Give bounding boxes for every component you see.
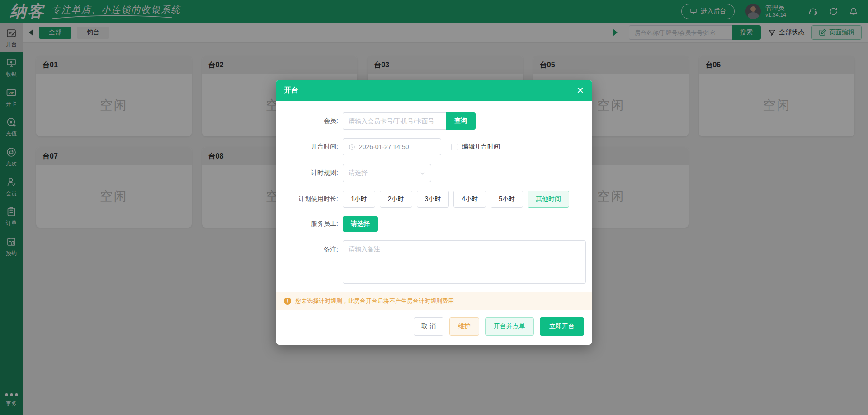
timing-rule-label: 计时规则:: [276, 169, 343, 177]
duration-option-other[interactable]: 其他时间: [528, 191, 569, 208]
warning-text: 您未选择计时规则，此房台开台后将不产生房台计时规则费用: [295, 297, 454, 305]
duration-option-1h[interactable]: 1小时: [343, 191, 375, 208]
edit-time-checkbox[interactable]: [451, 144, 458, 150]
timing-rule-placeholder: 请选择: [349, 169, 368, 177]
app-root: 纳客 专注单店、小连锁的收银系统 进入后台 管理员 v1.34.14: [0, 0, 868, 415]
remark-row: 备注:: [276, 240, 592, 284]
open-time-value: 2026-01-27 14:50: [359, 143, 409, 150]
modal-header: 开台 ✕: [276, 80, 592, 101]
chevron-down-icon: [420, 170, 425, 176]
duration-options: 1小时 2小时 3小时 4小时 5小时 其他时间: [343, 191, 569, 208]
open-time-picker[interactable]: 2026-01-27 14:50: [343, 138, 441, 155]
maintain-button[interactable]: 维护: [449, 317, 479, 336]
cancel-button[interactable]: 取 消: [414, 317, 443, 336]
edit-time-checkbox-label: 编辑开台时间: [462, 143, 500, 151]
duration-option-2h[interactable]: 2小时: [380, 191, 412, 208]
open-and-order-button[interactable]: 开台并点单: [485, 317, 534, 336]
warning-bar: ! 您未选择计时规则，此房台开台后将不产生房台计时规则费用: [276, 292, 592, 310]
close-icon[interactable]: ✕: [576, 86, 584, 95]
member-row: 会员: 查询: [276, 112, 592, 130]
duration-label: 计划使用时长:: [276, 195, 343, 203]
open-time-label: 开台时间:: [276, 143, 343, 151]
member-query-button[interactable]: 查询: [446, 112, 476, 130]
duration-row: 计划使用时长: 1小时 2小时 3小时 4小时 5小时 其他时间: [276, 191, 592, 208]
duration-option-3h[interactable]: 3小时: [417, 191, 449, 208]
edit-time-checkbox-wrap[interactable]: 编辑开台时间: [451, 143, 500, 151]
timing-rule-select[interactable]: 请选择: [343, 164, 431, 182]
staff-row: 服务员工: 请选择: [276, 216, 592, 232]
modal-title: 开台: [284, 86, 298, 95]
modal-body: 会员: 查询 开台时间: 2026-01-27 14:50 编辑开台时间: [276, 101, 592, 345]
clock-icon: [349, 144, 355, 150]
staff-select-button[interactable]: 请选择: [343, 216, 378, 232]
member-input[interactable]: [343, 112, 446, 130]
open-table-modal: 开台 ✕ 会员: 查询 开台时间: 2026-01-27 14:50: [276, 80, 592, 345]
timing-rule-row: 计时规则: 请选择: [276, 164, 592, 182]
remark-textarea[interactable]: [343, 240, 586, 284]
open-now-button[interactable]: 立即开台: [540, 317, 584, 336]
modal-footer: 取 消 维护 开台并点单 立即开台: [276, 310, 592, 345]
open-time-row: 开台时间: 2026-01-27 14:50 编辑开台时间: [276, 138, 592, 155]
staff-label: 服务员工:: [276, 220, 343, 228]
duration-option-4h[interactable]: 4小时: [453, 191, 486, 208]
member-label: 会员:: [276, 117, 343, 125]
remark-label: 备注:: [276, 240, 343, 254]
warning-icon: !: [284, 298, 291, 305]
duration-option-5h[interactable]: 5小时: [491, 191, 523, 208]
